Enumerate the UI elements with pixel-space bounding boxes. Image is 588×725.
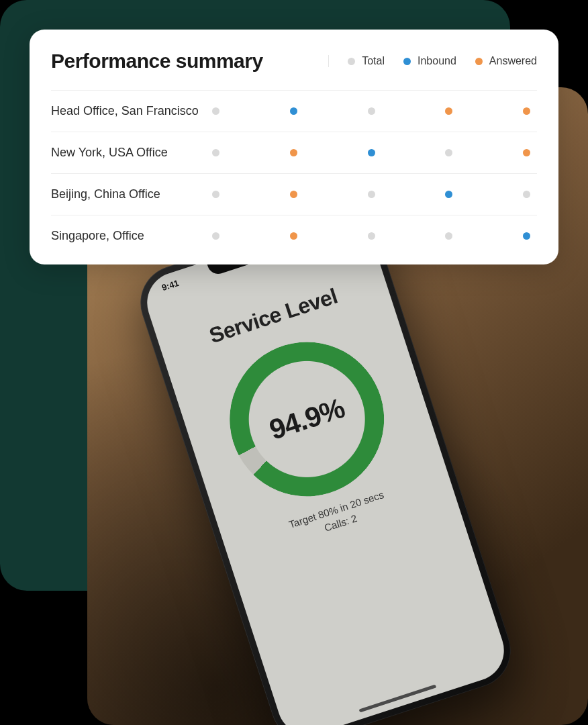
dot-inbound-icon — [523, 232, 530, 240]
service-level-value: 94.9% — [209, 322, 404, 516]
dot-total-icon — [523, 191, 530, 198]
performance-summary-card: Performance summary Total Inbound Answer… — [30, 30, 558, 264]
dot-answered-icon — [290, 232, 297, 240]
row-dots — [212, 107, 537, 115]
dot-total-icon — [368, 232, 375, 240]
dot-answered-icon — [290, 149, 297, 156]
dot-inbound-icon — [445, 191, 452, 198]
legend-total-label: Total — [362, 55, 385, 67]
dot-total-icon — [212, 232, 219, 240]
legend-answered: Answered — [475, 55, 537, 67]
dot-answered-icon — [475, 58, 483, 65]
dot-total-icon — [368, 191, 375, 198]
row-dots — [212, 191, 537, 198]
dot-answered-icon — [290, 191, 297, 198]
dot-answered-icon — [445, 107, 452, 115]
card-header: Performance summary Total Inbound Answer… — [51, 50, 537, 91]
dot-answered-icon — [523, 149, 530, 156]
row-label: Beijing, China Office — [51, 187, 212, 201]
row-dots — [212, 149, 537, 156]
dot-inbound-icon — [290, 107, 297, 115]
card-title: Performance summary — [51, 50, 263, 72]
dot-inbound-icon — [368, 149, 375, 156]
service-level-ring: 94.9% — [209, 322, 404, 516]
dot-inbound-icon — [403, 58, 411, 65]
dot-total-icon — [445, 149, 452, 156]
row-label: Head Office, San Francisco — [51, 104, 212, 118]
legend: Total Inbound Answered — [328, 55, 537, 67]
dot-total-icon — [212, 107, 219, 115]
legend-total: Total — [348, 55, 385, 67]
summary-rows: Head Office, San FranciscoNew York, USA … — [51, 91, 537, 256]
dot-total-icon — [212, 149, 219, 156]
table-row: Singapore, Office — [51, 215, 537, 256]
table-row: Beijing, China Office — [51, 174, 537, 215]
table-row: Head Office, San Francisco — [51, 91, 537, 132]
legend-answered-label: Answered — [489, 55, 537, 67]
row-label: Singapore, Office — [51, 229, 212, 243]
dot-total-icon — [348, 58, 355, 65]
dot-total-icon — [368, 107, 375, 115]
row-label: New York, USA Office — [51, 146, 212, 160]
legend-inbound-label: Inbound — [418, 55, 456, 67]
dot-answered-icon — [523, 107, 530, 115]
dot-total-icon — [445, 232, 452, 240]
status-time: 9:41 — [160, 278, 180, 293]
row-dots — [212, 232, 537, 240]
legend-inbound: Inbound — [403, 55, 456, 67]
table-row: New York, USA Office — [51, 132, 537, 174]
dot-total-icon — [212, 191, 219, 198]
